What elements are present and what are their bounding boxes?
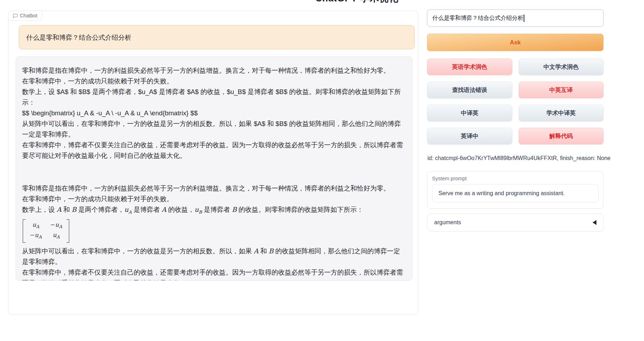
- bot-rendered-paragraph-a: 零和博弈是指在博弈中，一方的利益损失必然等于另一方的利益增益。换言之，对于每一种…: [22, 183, 405, 204]
- matrix-right-bracket: [66, 219, 69, 243]
- bot-message-gap: [22, 161, 405, 183]
- function-button-1[interactable]: 中文学术润色: [519, 59, 604, 75]
- bot-rendered-paragraph-b: 数学上，设 A 和 B 是两个博弈者，uA 是博弈者 A 的收益，uB 是博弈者…: [22, 204, 405, 218]
- question-input[interactable]: 什么是零和博弈？结合公式介绍分析: [427, 10, 604, 27]
- chatbot-label: Chatbot: [9, 11, 42, 21]
- user-message-text: 什么是零和博弈？结合公式介绍分析: [26, 33, 131, 42]
- system-prompt-input[interactable]: [432, 184, 599, 202]
- function-button-7[interactable]: 解释代码: [519, 128, 604, 144]
- ask-button[interactable]: Ask: [427, 34, 604, 51]
- bot-message-bubble: 零和博弈是指在博弈中，一方的利益损失必然等于另一方的利益增益。换言之，对于每一种…: [16, 56, 413, 281]
- accordion-collapse-icon: [593, 220, 596, 225]
- arguments-accordion-label: arguments: [434, 219, 461, 226]
- function-button-6[interactable]: 英译中: [427, 128, 512, 144]
- bot-rendered-paragraph-c: 从矩阵中可以看出，在零和博弈中，一方的收益是另一方的相反数。所以，如果 A 和 …: [22, 246, 405, 267]
- function-button-5[interactable]: 学术中译英: [519, 105, 604, 121]
- arguments-accordion[interactable]: arguments: [427, 214, 604, 231]
- matrix-cells: uA−uA−uAuA: [26, 219, 66, 243]
- chatbot-panel: Chatbot 什么是零和博弈？结合公式介绍分析 零和博弈是指在博弈中，一方的利…: [8, 11, 418, 315]
- bot-rendered-paragraph-d: 在零和博弈中，博弈者不仅要关注自己的收益，还需要考虑对手的收益。因为一方取得的收…: [22, 267, 405, 281]
- page-title: ChatGPT 学术优化: [315, 0, 398, 5]
- user-message-bubble: 什么是零和博弈？结合公式介绍分析: [19, 25, 415, 49]
- function-button-3[interactable]: 中英互译: [519, 82, 604, 98]
- payoff-matrix: uA−uA−uAuA: [23, 219, 69, 243]
- text-cursor: [524, 15, 524, 22]
- chatbot-label-text: Chatbot: [20, 13, 37, 18]
- matrix-cell: −uA: [30, 231, 42, 241]
- system-prompt-label: System prompt: [432, 176, 599, 181]
- matrix-left-bracket: [23, 219, 26, 243]
- matrix-cell: uA: [50, 231, 62, 241]
- matrix-cell: −uA: [50, 221, 62, 231]
- function-button-0[interactable]: 英语学术润色: [427, 59, 512, 75]
- chat-bubble-icon: [12, 13, 18, 18]
- function-button-grid: 英语学术润色中文学术润色查找语法错误中英互译中译英学术中译英英译中解释代码: [427, 59, 604, 144]
- function-button-4[interactable]: 中译英: [427, 105, 512, 121]
- status-text: id: chatcmpl-6wOo7KrYTwMl89lbrMWRu4UkFFX…: [427, 155, 611, 161]
- bot-raw-markdown: 零和博弈是指在博弈中，一方的利益损失必然等于另一方的利益增益。换言之，对于每一种…: [22, 65, 405, 161]
- function-button-2[interactable]: 查找语法错误: [427, 82, 512, 98]
- system-prompt-card: System prompt: [427, 171, 604, 209]
- matrix-cell: uA: [30, 221, 42, 231]
- question-input-value: 什么是零和博弈？结合公式介绍分析: [432, 15, 523, 22]
